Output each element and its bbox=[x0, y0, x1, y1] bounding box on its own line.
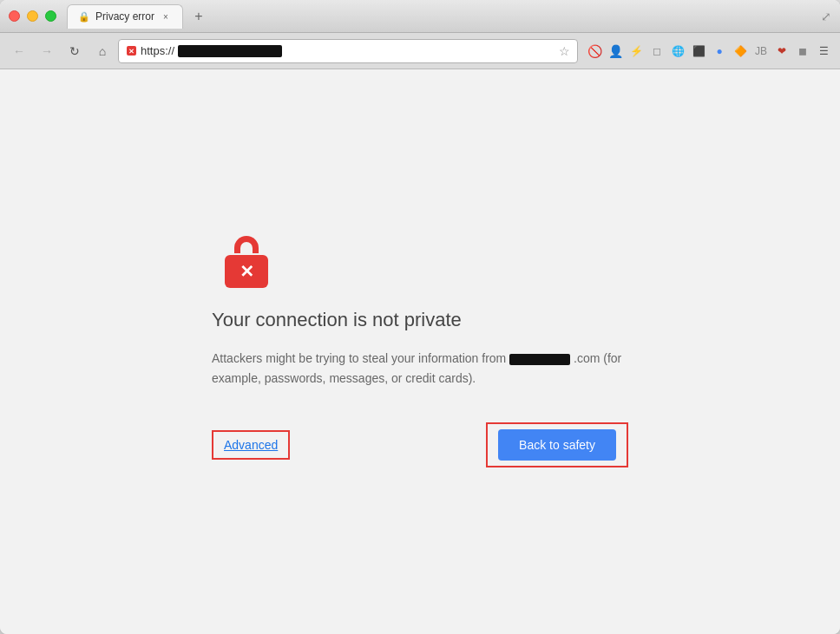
lock-icon-wrapper: ✕ bbox=[220, 236, 272, 288]
toolbar-icon-6[interactable]: ⬛ bbox=[689, 42, 708, 61]
toolbar-icon-1[interactable]: 🚫 bbox=[585, 42, 604, 61]
back-to-safety-button[interactable]: Back to safety bbox=[498, 429, 616, 461]
toolbar-icon-7[interactable]: ● bbox=[710, 42, 729, 61]
tab-title: Privacy error bbox=[95, 10, 154, 23]
privacy-error-lock-icon: ✕ bbox=[220, 236, 272, 288]
svg-text:✕: ✕ bbox=[128, 48, 135, 56]
content-area: ✕ Your connection is not private Attacke… bbox=[0, 69, 840, 634]
home-button[interactable]: ⌂ bbox=[90, 39, 115, 63]
navbar: ← → ↻ ⌂ ✕ https:// ☆ 🚫 👤 ⚡ ◻ 🌐 ⬛ ● 🔶 bbox=[0, 33, 840, 69]
tab-favicon: 🔒 bbox=[78, 11, 90, 23]
toolbar-icon-10[interactable]: ❤ bbox=[772, 42, 791, 61]
close-button[interactable] bbox=[9, 10, 20, 22]
bookmark-star-icon[interactable]: ☆ bbox=[559, 44, 570, 58]
toolbar-icon-3[interactable]: ⚡ bbox=[627, 42, 646, 61]
lock-shackle bbox=[234, 236, 259, 253]
address-text: https:// bbox=[141, 44, 174, 57]
address-bar[interactable]: ✕ https:// ☆ bbox=[118, 39, 578, 63]
resize-icon[interactable]: ⤢ bbox=[821, 10, 831, 23]
redacted-domain bbox=[509, 354, 570, 365]
error-body-text: Attackers might be trying to steal your … bbox=[212, 351, 506, 365]
error-body: Attackers might be trying to steal your … bbox=[212, 349, 628, 388]
lock-body: ✕ bbox=[225, 255, 268, 288]
reload-button[interactable]: ↻ bbox=[62, 39, 87, 63]
toolbar-icons: 🚫 👤 ⚡ ◻ 🌐 ⬛ ● 🔶 JB ❤ ◼ ☰ bbox=[585, 42, 833, 61]
minimize-button[interactable] bbox=[27, 10, 38, 22]
advanced-button[interactable]: Advanced bbox=[224, 438, 278, 452]
error-title: Your connection is not private bbox=[212, 309, 462, 331]
window-controls bbox=[9, 10, 56, 22]
tab-area: 🔒 Privacy error × + bbox=[67, 4, 821, 29]
back-button[interactable]: ← bbox=[7, 39, 31, 63]
error-container: ✕ Your connection is not private Attacke… bbox=[160, 201, 680, 502]
browser-window: 🔒 Privacy error × + ⤢ ← → ↻ ⌂ ✕ https://… bbox=[0, 0, 840, 634]
back-to-safety-button-wrapper: Back to safety bbox=[486, 422, 628, 467]
ssl-error-icon: ✕ bbox=[126, 45, 137, 56]
toolbar-icon-12[interactable]: ☰ bbox=[814, 42, 833, 61]
new-tab-button[interactable]: + bbox=[187, 6, 211, 27]
toolbar-icon-5[interactable]: 🌐 bbox=[668, 42, 687, 61]
toolbar-icon-2[interactable]: 👤 bbox=[606, 42, 625, 61]
lock-x-mark: ✕ bbox=[240, 263, 254, 280]
tab-close-icon[interactable]: × bbox=[160, 10, 172, 23]
advanced-button-wrapper: Advanced bbox=[212, 430, 290, 460]
toolbar-icon-8[interactable]: 🔶 bbox=[731, 42, 750, 61]
titlebar: 🔒 Privacy error × + ⤢ bbox=[0, 0, 840, 33]
address-redacted-domain bbox=[178, 45, 282, 57]
toolbar-icon-9[interactable]: JB bbox=[751, 42, 771, 61]
forward-button[interactable]: → bbox=[35, 39, 59, 63]
error-actions: Advanced Back to safety bbox=[212, 422, 628, 467]
active-tab[interactable]: 🔒 Privacy error × bbox=[67, 4, 183, 29]
toolbar-icon-4[interactable]: ◻ bbox=[647, 42, 666, 61]
toolbar-icon-11[interactable]: ◼ bbox=[793, 42, 812, 61]
maximize-button[interactable] bbox=[45, 10, 56, 22]
